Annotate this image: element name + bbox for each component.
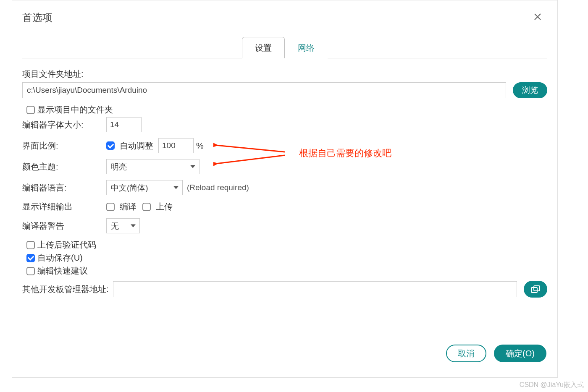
boards-url-expand-button[interactable] [524, 281, 547, 298]
font-size-row: 编辑器字体大小: [22, 117, 547, 132]
preferences-dialog: 首选项 设置 网络 项目文件夹地址: 浏览 显示项目中的文件夹 编辑器字体大小:… [12, 0, 558, 378]
verbose-upload-label: 上传 [156, 201, 173, 212]
dialog-header: 首选项 [12, 0, 557, 28]
show-files-row: 显示项目中的文件夹 [26, 104, 547, 115]
warnings-row: 编译器警告 无 [22, 218, 547, 233]
verify-after-upload-label: 上传后验证代码 [37, 239, 96, 251]
boards-url-row: 其他开发板管理器地址: [22, 281, 547, 298]
language-select[interactable]: 中文(简体) [106, 180, 183, 195]
close-icon [534, 13, 541, 21]
sketchbook-path-input[interactable] [22, 82, 506, 98]
scale-label: 界面比例: [22, 140, 106, 152]
scale-percent-label: % [196, 141, 204, 151]
scale-value-input[interactable] [158, 138, 194, 153]
scale-auto-label: 自动调整 [120, 140, 153, 152]
quick-suggestions-checkbox[interactable] [26, 267, 35, 275]
boards-url-label: 其他开发板管理器地址: [22, 284, 109, 295]
close-button[interactable] [530, 10, 545, 25]
sketchbook-row: 项目文件夹地址: [22, 68, 547, 80]
tab-bar: 设置 网络 [22, 37, 547, 58]
autosave-label: 自动保存(U) [37, 252, 83, 264]
language-label: 编辑器语言: [22, 182, 106, 193]
tab-settings[interactable]: 设置 [242, 37, 285, 58]
sketchbook-input-row: 浏览 [22, 82, 547, 98]
show-files-label: 显示项目中的文件夹 [37, 104, 113, 115]
cancel-button[interactable]: 取消 [446, 345, 486, 362]
quick-suggestions-label: 编辑快速建议 [37, 265, 88, 277]
verbose-compile-label: 编译 [120, 201, 136, 212]
theme-select[interactable]: 明亮 [106, 159, 200, 174]
autosave-row: 自动保存(U) [26, 252, 547, 264]
settings-panel: 项目文件夹地址: 浏览 显示项目中的文件夹 编辑器字体大小: 界面比例: 自动调… [12, 58, 557, 298]
sketchbook-label: 项目文件夹地址: [22, 68, 84, 80]
watermark: CSDN @JiaYu嵌入式 [520, 381, 584, 389]
theme-label: 颜色主题: [22, 161, 106, 172]
window-icon [531, 285, 540, 293]
language-row: 编辑器语言: 中文(简体) (Reload required) [22, 180, 547, 195]
verbose-label: 显示详细输出 [22, 201, 106, 212]
verify-row: 上传后验证代码 [26, 239, 547, 251]
warnings-label: 编译器警告 [22, 220, 106, 232]
quick-suggestions-row: 编辑快速建议 [26, 265, 547, 277]
reload-hint: (Reload required) [187, 183, 249, 192]
warnings-select[interactable]: 无 [106, 218, 140, 233]
scale-auto-checkbox[interactable] [106, 141, 115, 150]
tab-network[interactable]: 网络 [285, 37, 328, 58]
browse-button[interactable]: 浏览 [513, 82, 547, 98]
show-files-checkbox[interactable] [26, 106, 35, 114]
autosave-checkbox[interactable] [26, 254, 35, 262]
ok-button[interactable]: 确定(O) [494, 345, 546, 362]
boards-url-input[interactable] [113, 281, 517, 297]
font-size-label: 编辑器字体大小: [22, 119, 106, 131]
verbose-row: 显示详细输出 编译 上传 [22, 201, 547, 212]
verify-after-upload-checkbox[interactable] [26, 241, 35, 249]
scale-row: 界面比例: 自动调整 % [22, 138, 547, 153]
dialog-footer: 取消 确定(O) [446, 345, 546, 362]
dialog-title: 首选项 [22, 11, 52, 24]
font-size-input[interactable] [106, 117, 142, 132]
verbose-upload-checkbox[interactable] [142, 203, 151, 211]
theme-row: 颜色主题: 明亮 [22, 159, 547, 174]
verbose-compile-checkbox[interactable] [106, 203, 115, 211]
